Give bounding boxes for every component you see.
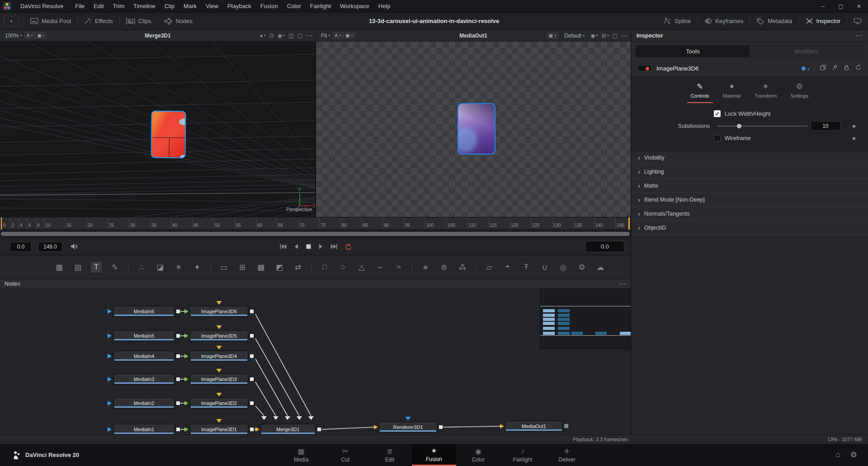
effects-button[interactable]: Effects (78, 13, 119, 29)
particle-render-tool-icon[interactable]: ⁂ (457, 262, 468, 273)
right-viewer-layout-button[interactable]: ▢ (613, 33, 618, 39)
node-MediaIn4[interactable]: MediaIn4 (113, 351, 175, 362)
step-forward-button[interactable] (318, 244, 324, 249)
spline-button[interactable]: Spline (657, 13, 697, 29)
menu-trim[interactable]: Trim (108, 1, 129, 11)
loop-button[interactable] (344, 243, 352, 250)
go-to-end-button[interactable] (330, 244, 338, 249)
subdivisions-value-input[interactable]: 10 (811, 121, 840, 131)
node-Renderer3D1[interactable]: Renderer3D1 (379, 422, 437, 433)
inspector-tab-tools[interactable]: Tools (636, 46, 750, 57)
node-MediaOut1[interactable]: MediaOut1 (505, 421, 563, 432)
node-MediaIn1[interactable]: MediaIn1 (113, 424, 175, 434)
merge-3d-tool-icon[interactable]: ∪ (539, 262, 550, 273)
menu-fairlight[interactable]: Fairlight (306, 1, 335, 11)
left-viewer-split-button[interactable]: ◫ (288, 33, 293, 39)
node-MediaIn3[interactable]: MediaIn3 (113, 374, 175, 385)
resize-tool-icon[interactable]: ⇄ (292, 262, 303, 273)
node-ImagePlane3D6[interactable]: ImagePlane3D6 (190, 306, 248, 317)
section-visibility[interactable]: ›Visibility (631, 151, 868, 165)
camera-3d-tool-icon[interactable]: ◎ (558, 262, 569, 273)
node-graph[interactable]: MediaIn6ImagePlane3D6MediaIn5ImagePlane3… (0, 289, 631, 434)
node-Merge3D1[interactable]: Merge3D1 (260, 424, 316, 434)
settings-gear-icon[interactable]: ⚙ (850, 450, 857, 460)
text-3d-tool-icon[interactable]: Ŧ (521, 262, 532, 273)
scrollbar-thumb[interactable] (1, 232, 630, 236)
reset-icon[interactable] (855, 64, 862, 73)
subtab-settings[interactable]: ⚙Settings (787, 80, 812, 103)
media-tool-icon[interactable]: ▤ (72, 262, 83, 273)
subtab-material[interactable]: ●Material (719, 80, 745, 103)
right-viewer-color-dropdown[interactable]: ◉▾ (590, 33, 598, 39)
bspline-mask-tool-icon[interactable]: ∽ (375, 262, 386, 273)
left-viewer-options-menu[interactable]: ··· (306, 33, 313, 39)
menu-mark[interactable]: Mark (179, 1, 201, 11)
section-blend-mode-non-deep-[interactable]: ›Blend Mode [Non-Deep] (631, 193, 868, 207)
close-button[interactable]: ✕ (850, 0, 868, 13)
channel-booleans-tool-icon[interactable]: ◩ (274, 262, 285, 273)
node-ImagePlane3D3[interactable]: ImagePlane3D3 (190, 374, 248, 385)
audio-mute-button[interactable] (71, 243, 78, 250)
right-viewer-channel-dropdown[interactable]: A▾ (332, 32, 343, 39)
left-viewer-lut-dropdown[interactable]: ◉▾ (278, 33, 285, 39)
nodes-panel-options-menu[interactable]: ··· (619, 281, 626, 287)
subtab-transform[interactable]: ✶Transform (751, 80, 781, 103)
range-start-input[interactable]: 0.0 (10, 242, 32, 252)
node-ImagePlane3D2[interactable]: ImagePlane3D2 (190, 398, 248, 409)
node-MediaIn5[interactable]: MediaIn5 (113, 330, 175, 341)
node-ImagePlane3D5[interactable]: ImagePlane3D5 (190, 330, 248, 341)
minimize-button[interactable]: ─ (814, 0, 832, 13)
menu-workspace[interactable]: Workspace (335, 1, 374, 11)
media-pool-button[interactable]: Media Pool (24, 13, 77, 29)
text-plus-tool-icon[interactable]: T (91, 262, 102, 273)
right-viewer-view-dropdown[interactable]: ▦▾ (547, 32, 558, 39)
section-lighting[interactable]: ›Lighting (631, 165, 868, 179)
menu-view[interactable]: View (201, 1, 223, 11)
left-viewer-zoom-dropdown[interactable]: 100%▾ (3, 32, 24, 40)
subdivisions-slider[interactable] (717, 123, 807, 129)
transform-tool-icon[interactable]: ▭ (218, 262, 229, 273)
node-MediaIn2[interactable]: MediaIn2 (113, 398, 175, 409)
menu-help[interactable]: Help (374, 1, 395, 11)
range-end-marker[interactable] (628, 217, 630, 230)
polygon-mask-tool-icon[interactable]: △ (356, 262, 367, 273)
node-graph-minimap[interactable] (540, 289, 631, 349)
left-viewer-color-dropdown[interactable]: ●▾ (259, 33, 265, 39)
metadata-button[interactable]: Metadata (750, 13, 798, 29)
inspector-options-menu[interactable]: ··· (856, 33, 863, 39)
subdivisions-keyframe-icon[interactable]: ◆ (852, 123, 856, 128)
wireframe-checkbox[interactable] (714, 135, 721, 141)
right-viewer-options-menu[interactable]: ··· (621, 33, 628, 39)
right-viewer-zoom-dropdown[interactable]: Fit▾ (319, 32, 332, 40)
section-normals-tangents[interactable]: ›Normals/Tangents (631, 207, 868, 221)
nodes-button[interactable]: Nodes (157, 13, 199, 29)
view-mode-label[interactable]: Perspective (282, 207, 316, 212)
right-viewer-grid-dropdown[interactable]: ⊞▾ (602, 33, 609, 39)
spot-light-tool-icon[interactable]: ⚙ (576, 262, 587, 273)
renderer-3d-tool-icon[interactable]: ☁ (595, 262, 606, 273)
menu-edit[interactable]: Edit (89, 1, 108, 11)
interface-toggle-button[interactable]: ▾ (4, 16, 19, 27)
paint-tool-icon[interactable]: ✎ (109, 262, 120, 273)
wand-mask-tool-icon[interactable]: ≈ (393, 262, 404, 273)
page-tab-cut[interactable]: ✂Cut (323, 444, 368, 466)
particle-emitter-tool-icon[interactable]: ∗ (420, 262, 431, 273)
timeline-scrollbar[interactable] (0, 230, 631, 238)
inspector-button[interactable]: Inspector (799, 13, 847, 29)
matte-control-tool-icon[interactable]: ▩ (255, 262, 266, 273)
section-matte[interactable]: ›Matte (631, 179, 868, 193)
left-viewer-buffer-dropdown[interactable]: ▣▾ (35, 32, 47, 39)
step-back-button[interactable] (293, 244, 299, 249)
menu-app[interactable]: DaVinci Resolve (16, 1, 70, 11)
rectangle-mask-tool-icon[interactable]: □ (319, 262, 330, 273)
project-home-icon[interactable]: ⌂ (835, 450, 840, 460)
versions-icon[interactable] (820, 64, 826, 73)
lock-icon[interactable] (843, 64, 850, 73)
page-tab-fusion[interactable]: ✶Fusion (412, 444, 456, 466)
section-objectid[interactable]: ›ObjectID (631, 221, 868, 235)
left-viewer-3d[interactable]: Y X Perspective (0, 42, 316, 217)
image-plane-3d-tool-icon[interactable]: ▱ (484, 262, 495, 273)
page-tab-edit[interactable]: ≣Edit (368, 444, 412, 466)
background-tool-icon[interactable]: ▦ (54, 262, 65, 273)
menu-color[interactable]: Color (283, 1, 306, 11)
